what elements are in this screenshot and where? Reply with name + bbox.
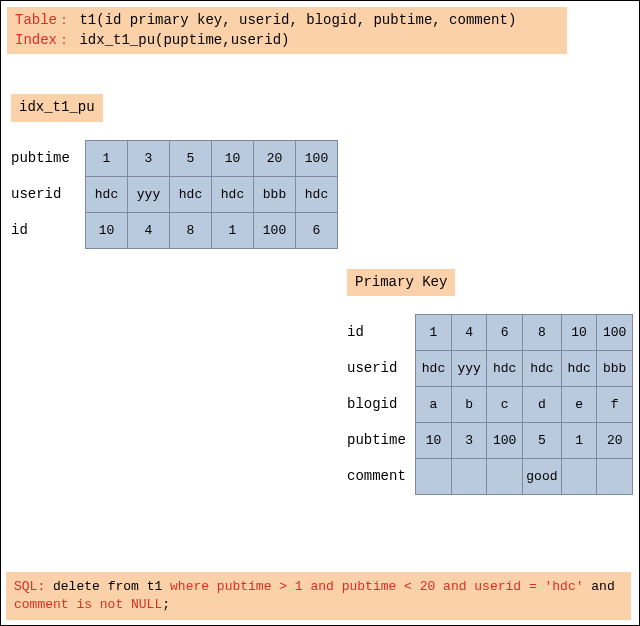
pk-cell: 5: [523, 423, 562, 459]
sql-text: ;: [162, 597, 170, 612]
idx-cell: 100: [254, 212, 296, 248]
pk-cell: d: [523, 387, 562, 423]
pk-cell: good: [523, 459, 562, 495]
idx-cell: 4: [128, 212, 170, 248]
sql-text: delete from t1: [45, 579, 170, 594]
sql-text: and: [584, 579, 615, 594]
idx-cell: hdc: [296, 176, 338, 212]
idx-row-label: userid: [11, 176, 77, 212]
pk-cell: bbb: [597, 351, 633, 387]
table-definition: t1(id primary key, userid, blogid, pubti…: [79, 12, 516, 28]
pk-cell: [416, 459, 452, 495]
pk-title: Primary Key: [347, 269, 455, 297]
pk-cell: 3: [451, 423, 487, 459]
pk-cell: hdc: [523, 351, 562, 387]
pk-cell: [487, 459, 523, 495]
pk-cell: 10: [416, 423, 452, 459]
sql-keyword: SQL:: [14, 579, 45, 594]
pk-cell: 1: [416, 315, 452, 351]
pk-cell: 1: [561, 423, 597, 459]
pk-cell: hdc: [487, 351, 523, 387]
pk-row-label: userid: [347, 350, 407, 386]
index-keyword: Index：: [15, 32, 71, 48]
pk-cell: 4: [451, 315, 487, 351]
pk-cell: 100: [487, 423, 523, 459]
pk-cell: f: [597, 387, 633, 423]
pk-cell: 6: [487, 315, 523, 351]
pk-row-label: id: [347, 314, 407, 350]
idx-cell: hdc: [170, 176, 212, 212]
pk-cell: b: [451, 387, 487, 423]
idx-cell: 8: [170, 212, 212, 248]
pk-grid: 1 4 6 8 10 100 hdc yyy hdc hdc hdc bbb a…: [415, 314, 633, 495]
pk-cell: hdc: [416, 351, 452, 387]
idx-cell: bbb: [254, 176, 296, 212]
idx-cell: 100: [296, 140, 338, 176]
pk-cell: 20: [597, 423, 633, 459]
pk-row-label: pubtime: [347, 422, 407, 458]
pk-cell: e: [561, 387, 597, 423]
idx-cell: hdc: [212, 176, 254, 212]
idx-cell: 1: [212, 212, 254, 248]
sql-statement: SQL: delete from t1 where pubtime > 1 an…: [6, 572, 631, 620]
idx-cell: 10: [86, 212, 128, 248]
index-title: idx_t1_pu: [11, 94, 103, 122]
idx-cell: hdc: [86, 176, 128, 212]
idx-cell: 20: [254, 140, 296, 176]
pk-cell: [561, 459, 597, 495]
index-grid: 1 3 5 10 20 100 hdc yyy hdc hdc bbb hdc …: [85, 140, 338, 249]
pk-row-label: comment: [347, 458, 407, 494]
pk-cell: [451, 459, 487, 495]
primary-key-section: Primary Key id userid blogid pubtime com…: [347, 269, 633, 496]
idx-cell: yyy: [128, 176, 170, 212]
table-keyword: Table：: [15, 12, 71, 28]
schema-header: Table： t1(id primary key, userid, blogid…: [7, 7, 567, 54]
idx-cell: 1: [86, 140, 128, 176]
idx-cell: 10: [212, 140, 254, 176]
pk-cell: 10: [561, 315, 597, 351]
pk-cell: [597, 459, 633, 495]
pk-cell: 100: [597, 315, 633, 351]
idx-cell: 6: [296, 212, 338, 248]
pk-cell: c: [487, 387, 523, 423]
pk-cell: a: [416, 387, 452, 423]
sql-condition: comment is not NULL: [14, 597, 162, 612]
pk-cell: hdc: [561, 351, 597, 387]
idx-cell: 3: [128, 140, 170, 176]
idx-row-label: id: [11, 212, 77, 248]
pk-cell: 8: [523, 315, 562, 351]
pk-cell: yyy: [451, 351, 487, 387]
idx-cell: 5: [170, 140, 212, 176]
idx-row-label: pubtime: [11, 140, 77, 176]
index-definition: idx_t1_pu(puptime,userid): [79, 32, 289, 48]
index-section: idx_t1_pu pubtime userid id 1 3 5 10 20 …: [7, 84, 633, 249]
sql-where: where pubtime > 1 and pubtime < 20 and u…: [170, 579, 583, 594]
pk-row-label: blogid: [347, 386, 407, 422]
